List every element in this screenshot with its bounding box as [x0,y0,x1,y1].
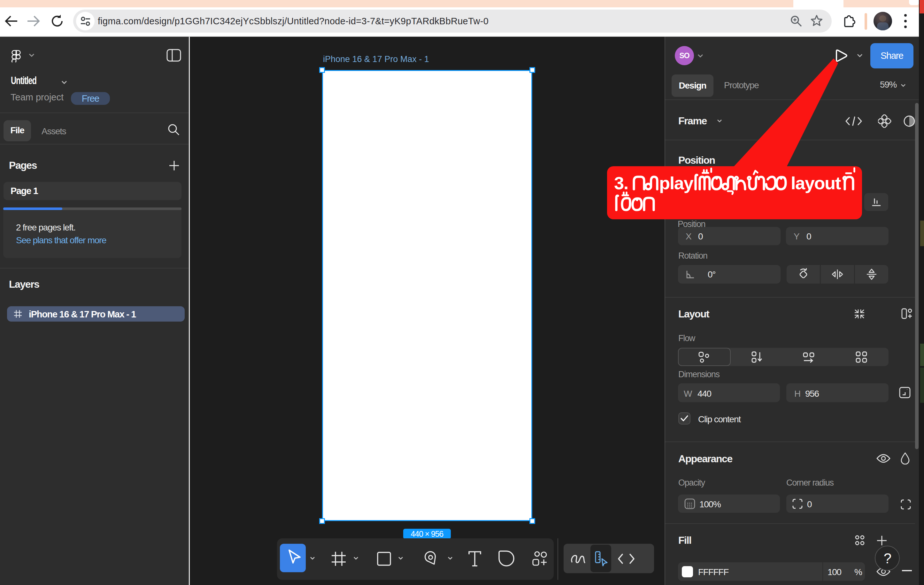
svg-text:play: play [659,173,693,193]
svg-text:layout: layout [791,173,841,193]
svg-text:3.: 3. [614,173,628,193]
